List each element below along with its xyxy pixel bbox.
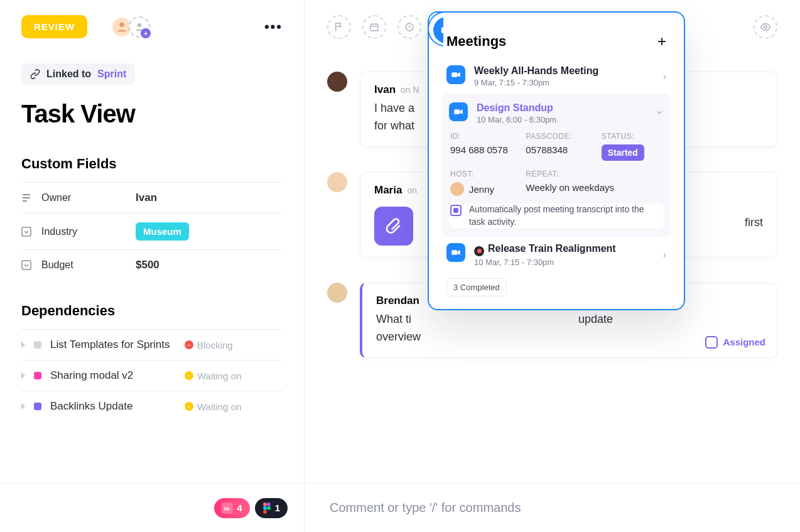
svg-rect-11 — [370, 24, 378, 31]
svg-point-10 — [263, 510, 267, 514]
figma-attachment[interactable]: 1 — [255, 498, 288, 518]
svg-point-1 — [138, 23, 141, 27]
budget-label: Budget — [41, 259, 136, 271]
svg-point-7 — [267, 502, 271, 506]
dropdown-icon — [21, 227, 31, 237]
dependency-row[interactable]: Backlinks Update − Waiting on — [21, 391, 283, 421]
industry-label: Industry — [41, 226, 136, 237]
dependency-name: Backlinks Update — [50, 400, 176, 413]
invision-attachment[interactable]: in 4 — [214, 498, 249, 518]
meeting-item[interactable]: Weekly All-Hands Meeting9 Mar, 7:15 - 7:… — [441, 59, 671, 94]
assigned-toggle[interactable]: Assigned — [705, 336, 765, 349]
field-industry[interactable]: Industry Museum — [21, 213, 283, 249]
dependency-row[interactable]: List Templates for Sprints − Blocking — [21, 329, 283, 360]
owner-value: Ivan — [136, 192, 157, 204]
svg-rect-16 — [451, 72, 457, 77]
status-badge[interactable]: Started — [602, 144, 644, 161]
waiting-icon: − — [185, 402, 193, 411]
chevron-down-icon — [655, 108, 664, 119]
status-dot — [34, 341, 41, 349]
review-button[interactable]: REVIEW — [21, 15, 87, 38]
svg-point-8 — [263, 506, 267, 510]
svg-point-9 — [267, 506, 271, 510]
invision-icon: in — [222, 502, 233, 514]
linked-prefix: Linked to — [46, 68, 91, 80]
avatar[interactable] — [327, 72, 347, 92]
task-left-panel: REVIEW + ••• Linked to Sprint Task View … — [0, 0, 304, 532]
svg-rect-2 — [22, 227, 31, 236]
status-dot — [34, 403, 41, 410]
comment-composer[interactable]: Comment or type '/' for commands — [305, 483, 800, 532]
left-top-row: REVIEW + ••• — [21, 15, 283, 38]
avatar[interactable] — [327, 172, 347, 192]
recent-button[interactable] — [397, 15, 421, 39]
dependency-status: − Blocking — [185, 340, 233, 350]
figma-icon — [262, 502, 271, 514]
plus-icon: + — [141, 28, 151, 38]
zoom-icon — [449, 102, 468, 121]
svg-point-6 — [263, 502, 267, 506]
completed-count[interactable]: 3 Completed — [446, 278, 507, 296]
chevron-right-icon: › — [663, 71, 666, 82]
add-assignee-button[interactable]: + — [129, 16, 150, 38]
custom-fields-heading: Custom Fields — [21, 156, 283, 172]
meetings-popover: Meetings + Weekly All-Hands Meeting9 Mar… — [428, 11, 685, 310]
host-avatar — [450, 182, 464, 196]
checkbox-icon — [450, 205, 462, 216]
field-budget[interactable]: Budget $500 — [21, 249, 283, 280]
dropdown-icon — [21, 260, 31, 270]
zoom-icon — [446, 243, 465, 262]
chevron-right-icon — [21, 372, 25, 379]
linked-pill[interactable]: Linked to Sprint — [21, 63, 135, 85]
meeting-item[interactable]: Release Train Realignment10 Mar, 7:15 - … — [441, 237, 671, 273]
flag-button[interactable] — [327, 15, 351, 39]
svg-point-14 — [764, 26, 767, 29]
industry-tag[interactable]: Museum — [136, 222, 189, 241]
recording-icon — [474, 246, 484, 256]
chevron-right-icon — [21, 342, 25, 348]
list-icon — [21, 193, 31, 203]
attachment-icon[interactable] — [374, 207, 413, 246]
page-title: Task View — [21, 100, 283, 128]
budget-value: $500 — [136, 259, 159, 271]
more-actions-button[interactable]: ••• — [264, 19, 283, 35]
dependency-name: List Templates for Sprints — [50, 339, 176, 351]
dependency-name: Sharing modal v2 — [50, 369, 176, 382]
svg-rect-18 — [451, 250, 457, 255]
checkbox-icon — [705, 336, 718, 349]
svg-rect-17 — [454, 109, 460, 114]
dependency-status: − Waiting on — [185, 401, 241, 412]
calendar-button[interactable] — [362, 15, 386, 39]
svg-point-0 — [120, 22, 124, 26]
dependencies-heading: Dependencies — [21, 303, 283, 319]
add-meeting-button[interactable]: + — [657, 33, 666, 50]
attachments-bar: in 4 1 — [0, 483, 304, 532]
meeting-item-expanded[interactable]: Design Standup10 Mar, 6:00 - 6:30pm ID: … — [441, 94, 671, 237]
status-dot — [34, 372, 41, 379]
activity-panel: Ivan on N I have a xxxxxxxxxxxxxxxxxxxxx… — [304, 0, 800, 532]
composer-placeholder: Comment or type '/' for commands — [330, 501, 521, 515]
avatar[interactable] — [327, 283, 347, 303]
chevron-right-icon: › — [663, 249, 666, 261]
dependency-row[interactable]: Sharing modal v2 − Waiting on — [21, 360, 283, 391]
owner-label: Owner — [41, 192, 136, 204]
linked-target: Sprint — [97, 68, 126, 80]
meeting-details: ID: PASSCODE: STATUS: 994 688 0578 05788… — [449, 132, 664, 196]
blocking-icon: − — [185, 340, 193, 349]
meetings-title: Meetings — [446, 33, 506, 50]
assignee-avatars: + — [111, 16, 150, 38]
transcript-toggle[interactable]: Automatically post meeting transcript in… — [449, 204, 664, 228]
dependency-status: − Waiting on — [185, 371, 241, 381]
waiting-icon: − — [185, 371, 193, 380]
chevron-right-icon — [21, 403, 25, 410]
svg-text:in: in — [224, 504, 230, 511]
link-icon — [30, 69, 40, 79]
field-owner[interactable]: Owner Ivan — [21, 182, 283, 213]
visibility-button[interactable] — [754, 15, 777, 39]
svg-rect-3 — [22, 261, 31, 269]
zoom-icon — [446, 65, 465, 84]
